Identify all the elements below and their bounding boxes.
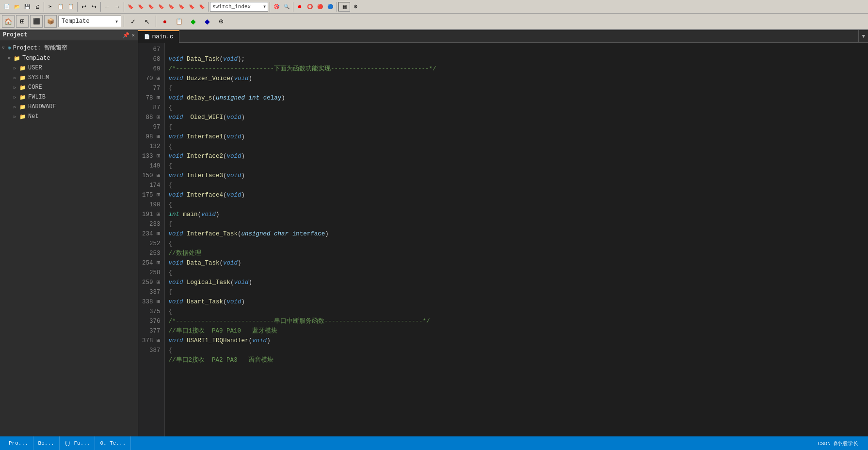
system-folder-icon: 📁 — [19, 75, 26, 81]
code-content[interactable]: void Data_Task(void); /*----------------… — [165, 43, 868, 436]
template-dropdown-arrow: ▼ — [115, 19, 118, 24]
tab-bar: 📄 main.c ▼ — [138, 30, 868, 43]
bookmark3-btn[interactable]: 🔖 — [146, 2, 156, 12]
statusbar: Pro... Bo... {} Fu... 0↓ Te... CSDN @小股学… — [0, 436, 868, 450]
line-numbers: 67 68 69 70 ⊞ 77 78 ⊞ 87 88 ⊞ 97 98 ⊞ 13… — [138, 43, 165, 436]
tree-project-label: Project: 智能窗帘 — [13, 44, 68, 52]
fwlib-folder-icon: 📁 — [19, 94, 26, 100]
core-folder-icon: 📁 — [19, 84, 26, 91]
tree-user-label: USER — [28, 65, 42, 71]
build-btn[interactable]: 🔍 — [282, 2, 291, 12]
new-btn[interactable]: 📄 — [2, 2, 12, 12]
stop-btn[interactable]: ⭕ — [305, 2, 315, 12]
sidebar-header: Project 📌 ✕ — [0, 30, 138, 40]
system-expand-icon: ▷ — [14, 75, 19, 81]
core-expand-icon: ▷ — [14, 85, 19, 90]
tree-hardware-label: HARDWARE — [28, 103, 56, 110]
copy-btn[interactable]: 📋 — [56, 2, 65, 12]
close-sidebar-icon[interactable]: ✕ — [131, 32, 135, 38]
step-btn[interactable]: 🔴 — [315, 2, 325, 12]
tree-item-core[interactable]: ▷ 📁 CORE — [0, 83, 138, 92]
bookmark6-btn[interactable]: 🔖 — [177, 2, 186, 12]
pin-icon[interactable]: 📌 — [123, 32, 129, 38]
status-right-text: CSDN @小股学长 — [812, 440, 864, 447]
t2-btn1[interactable]: 🏠 — [2, 15, 15, 28]
tree-fwlib-label: FWLIB — [28, 94, 46, 100]
t2-copy2-btn[interactable]: 📋 — [173, 15, 185, 28]
fwd-btn[interactable]: → — [113, 2, 122, 12]
tab-dropdown-btn[interactable]: ▼ — [858, 30, 868, 42]
status-tab-te[interactable]: 0↓ Te... — [95, 436, 131, 450]
net-folder-icon: 📁 — [19, 114, 26, 120]
status-tab-pro[interactable]: Pro... — [4, 436, 33, 450]
tree-template-label: Template — [22, 55, 50, 62]
t2-blue-btn[interactable]: ◆ — [201, 15, 213, 28]
tree-item-net[interactable]: ▷ 📁 Net — [0, 112, 138, 121]
code-area[interactable]: 67 68 69 70 ⊞ 77 78 ⊞ 87 88 ⊞ 97 98 ⊞ 13… — [138, 43, 868, 436]
template-folder-icon: 📁 — [14, 55, 20, 62]
save-btn[interactable]: 💾 — [22, 2, 32, 12]
project-tree: ▽ ⊕ Project: 智能窗帘 ▽ 📁 Template ▷ 📁 USER … — [0, 40, 138, 436]
print-btn[interactable]: 🖨 — [32, 2, 42, 12]
project-tree-icon: ⊕ — [8, 45, 11, 51]
te-tab-label: 0↓ Te... — [100, 440, 126, 446]
bookmark2-btn[interactable]: 🔖 — [136, 2, 145, 12]
net-expand-icon: ▷ — [14, 114, 19, 119]
tree-item-system[interactable]: ▷ 📁 SYSTEM — [0, 73, 138, 83]
fu-tab-label: {} Fu... — [64, 440, 90, 446]
tree-item-template[interactable]: ▽ 📁 Template — [0, 53, 138, 63]
t2-btn3[interactable]: ⬛ — [30, 15, 43, 28]
fwlib-expand-icon: ▷ — [14, 95, 19, 100]
bookmark7-btn[interactable]: 🔖 — [187, 2, 196, 12]
main-area: Project 📌 ✕ ▽ ⊕ Project: 智能窗帘 ▽ 📁 Templa… — [0, 30, 868, 436]
bookmark4-btn[interactable]: 🔖 — [156, 2, 166, 12]
tree-net-label: Net — [28, 113, 39, 120]
open-btn[interactable]: 📂 — [12, 2, 22, 12]
back-btn[interactable]: ← — [102, 2, 112, 12]
run-btn[interactable]: ⏺ — [295, 2, 305, 12]
tab-file-icon: 📄 — [144, 34, 150, 40]
tree-item-fwlib[interactable]: ▷ 📁 FWLIB — [0, 92, 138, 102]
sidebar-title: Project — [3, 32, 27, 38]
hardware-expand-icon: ▷ — [14, 104, 19, 110]
status-tab-bo[interactable]: Bo... — [33, 436, 60, 450]
bookmark8-btn[interactable]: 🔖 — [197, 2, 207, 12]
user-folder-icon: 📁 — [19, 65, 26, 71]
tree-item-user[interactable]: ▷ 📁 USER — [0, 63, 138, 73]
debug-btn[interactable]: 🔵 — [325, 2, 335, 12]
toolbar2: 🏠 ⊞ ⬛ 📦 Template ▼ ✓ ↖ ● 📋 ◆ ◆ ⊛ — [0, 14, 868, 30]
t2-green-btn[interactable]: ◆ — [187, 15, 199, 28]
code-editor: 📄 main.c ▼ 67 68 69 70 ⊞ 77 78 ⊞ 87 88 ⊞… — [138, 30, 868, 436]
switch-index-label: switch_index — [212, 4, 263, 10]
main-c-tab[interactable]: 📄 main.c — [138, 30, 179, 43]
bookmark1-btn[interactable]: 🔖 — [126, 2, 135, 12]
tree-core-label: CORE — [28, 84, 42, 91]
project-expand-icon: ▽ — [2, 45, 8, 50]
template-dropdown[interactable]: Template ▼ — [58, 16, 121, 27]
t2-cursor-btn[interactable]: ↖ — [141, 15, 153, 28]
t2-red-btn[interactable]: ● — [159, 15, 171, 28]
pro-tab-label: Pro... — [9, 440, 28, 446]
t2-check-btn[interactable]: ✓ — [127, 15, 139, 28]
toolbar1: 📄 📂 💾 🖨 ✂ 📋 📋 ↩ ↪ ← → 🔖 🔖 🔖 🔖 🔖 🔖 🔖 🔖 sw… — [0, 0, 868, 14]
target-btn[interactable]: 🎯 — [272, 2, 281, 12]
tab-label: main.c — [152, 33, 173, 40]
cut-btn[interactable]: ✂ — [46, 2, 55, 12]
t2-grid-btn[interactable]: ⊛ — [215, 15, 227, 28]
paste-btn[interactable]: 📋 — [66, 2, 76, 12]
bookmark5-btn[interactable]: 🔖 — [166, 2, 176, 12]
status-tab-fu[interactable]: {} Fu... — [60, 436, 96, 450]
sidebar: Project 📌 ✕ ▽ ⊕ Project: 智能窗帘 ▽ 📁 Templa… — [0, 30, 138, 436]
switch-index-dropdown[interactable]: switch_index ▼ — [210, 2, 268, 12]
t2-btn4[interactable]: 📦 — [44, 15, 57, 28]
tree-item-project[interactable]: ▽ ⊕ Project: 智能窗帘 — [0, 42, 138, 53]
template-label: Template — [62, 18, 115, 25]
redo-btn[interactable]: ↪ — [89, 2, 99, 12]
t2-btn2[interactable]: ⊞ — [16, 15, 29, 28]
template-expand-icon: ▽ — [8, 56, 14, 61]
settings-btn[interactable]: ⚙ — [351, 2, 360, 12]
dropdown-arrow-icon: ▼ — [263, 4, 266, 9]
tree-item-hardware[interactable]: ▷ 📁 HARDWARE — [0, 102, 138, 112]
undo-btn[interactable]: ↩ — [79, 2, 89, 12]
view-btn[interactable]: ▦ — [338, 2, 350, 12]
